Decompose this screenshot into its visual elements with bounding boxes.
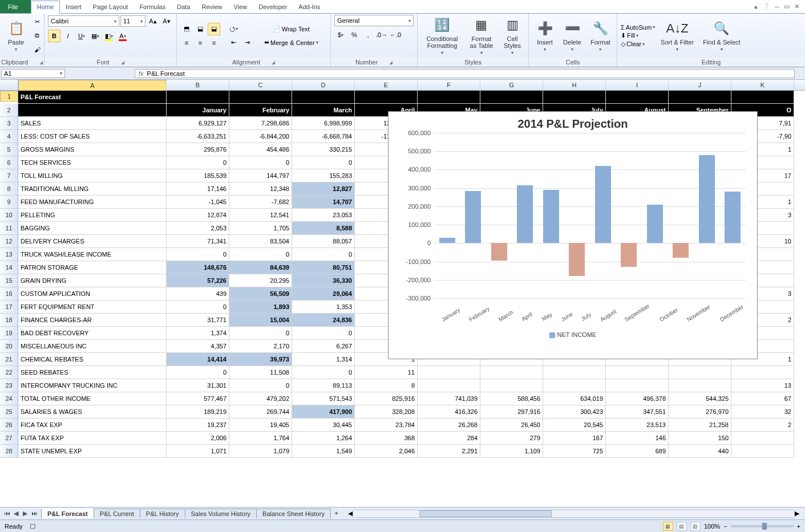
fill-button[interactable]: ⬇ Fill▾ bbox=[621, 32, 655, 39]
cell[interactable]: 0 bbox=[292, 156, 355, 169]
cell[interactable]: 2,046 bbox=[355, 445, 418, 458]
cell[interactable]: 31,771 bbox=[167, 314, 229, 327]
cell[interactable] bbox=[606, 366, 669, 379]
increase-font-icon[interactable]: A▴ bbox=[147, 15, 159, 27]
increase-decimal-icon[interactable]: .0→ bbox=[375, 29, 388, 41]
cell[interactable]: BAGGING bbox=[18, 222, 167, 235]
cell[interactable]: 71,341 bbox=[167, 235, 229, 248]
cell[interactable]: 17,146 bbox=[167, 182, 229, 196]
align-top-icon[interactable]: ⬒ bbox=[180, 23, 193, 35]
cell[interactable] bbox=[418, 379, 480, 392]
cell[interactable]: 634,019 bbox=[543, 392, 606, 405]
cell[interactable]: 57,226 bbox=[167, 274, 229, 287]
sheet-tab[interactable]: P&L Current bbox=[94, 509, 140, 518]
row-header[interactable]: 25 bbox=[0, 405, 18, 419]
column-header-B[interactable]: B bbox=[167, 80, 229, 90]
chart-bar[interactable] bbox=[517, 185, 533, 243]
cell[interactable]: 0 bbox=[292, 248, 355, 261]
sheet-tab[interactable]: P&L Forecast bbox=[41, 509, 94, 518]
cut-button[interactable]: ✂ bbox=[31, 16, 43, 29]
font-size-select[interactable]: 11▾ bbox=[120, 15, 145, 27]
tab-view[interactable]: View bbox=[228, 0, 253, 13]
accounting-format-icon[interactable]: $▾ bbox=[334, 29, 347, 41]
cell[interactable]: 23,053 bbox=[292, 209, 355, 222]
merge-center-button[interactable]: ⬌ Merge & Center▾ bbox=[260, 36, 322, 49]
cell[interactable]: 496,378 bbox=[606, 392, 669, 405]
cell[interactable] bbox=[543, 379, 606, 392]
row-header[interactable]: 24 bbox=[0, 392, 18, 405]
cell[interactable]: 2,006 bbox=[167, 432, 229, 445]
cell[interactable]: LESS: COST OF SALES bbox=[18, 130, 167, 143]
cell[interactable]: March bbox=[292, 104, 355, 117]
cell[interactable]: P&L Forecast bbox=[18, 91, 167, 104]
cell[interactable]: 454,486 bbox=[229, 143, 292, 156]
cell[interactable]: 577,467 bbox=[167, 392, 229, 405]
cell[interactable]: 56,509 bbox=[229, 287, 292, 300]
row-header[interactable]: 26 bbox=[0, 419, 18, 432]
number-format-select[interactable]: General▾ bbox=[334, 15, 414, 26]
cell[interactable]: 276,970 bbox=[669, 405, 731, 419]
cell[interactable]: 571,543 bbox=[292, 392, 355, 405]
row-header[interactable]: 9 bbox=[0, 196, 18, 209]
cell[interactable]: 0 bbox=[229, 248, 292, 261]
cell[interactable]: 0 bbox=[292, 327, 355, 340]
zoom-level[interactable]: 100% bbox=[704, 523, 720, 530]
cell[interactable]: -1,045 bbox=[167, 196, 229, 209]
restore-window-icon[interactable]: ▭ bbox=[784, 3, 790, 10]
cell[interactable]: FICA TAX EXP bbox=[18, 419, 167, 432]
cell[interactable]: FINANCE CHARGES-AR bbox=[18, 314, 167, 327]
tab-page-layout[interactable]: Page Layout bbox=[87, 0, 134, 13]
column-header-D[interactable]: D bbox=[292, 80, 355, 90]
cell[interactable]: 19,237 bbox=[167, 419, 229, 432]
cell[interactable]: February bbox=[229, 104, 292, 117]
chart-bar[interactable] bbox=[543, 190, 559, 243]
increase-indent-icon[interactable]: ⇥ bbox=[241, 36, 253, 49]
row-header[interactable]: 15 bbox=[0, 274, 18, 287]
border-button[interactable]: ▦▾ bbox=[89, 30, 102, 42]
cell-styles-button[interactable]: ▥Cell Styles▾ bbox=[500, 15, 525, 56]
cell[interactable]: 15,004 bbox=[229, 314, 292, 327]
cell[interactable]: TRUCK WASH/LEASE INCOME bbox=[18, 248, 167, 261]
align-bottom-icon[interactable]: ⬓ bbox=[208, 23, 220, 35]
chart-bar[interactable] bbox=[647, 205, 663, 243]
cell[interactable]: 29,064 bbox=[292, 287, 355, 300]
cell[interactable]: SEED REBATES bbox=[18, 366, 167, 379]
cell[interactable] bbox=[292, 91, 355, 104]
column-header-H[interactable]: H bbox=[543, 80, 606, 90]
cell[interactable]: 6,998,999 bbox=[292, 117, 355, 130]
cell[interactable]: 588,456 bbox=[480, 392, 543, 405]
sheet-tab[interactable]: P&L History bbox=[140, 509, 185, 518]
align-middle-icon[interactable]: ⬓ bbox=[194, 23, 207, 35]
horizontal-scrollbar[interactable]: ◀▶ bbox=[348, 510, 799, 518]
fill-color-button[interactable]: ◧▾ bbox=[103, 30, 115, 42]
cell[interactable]: DELIVERY CHARGES bbox=[18, 235, 167, 248]
row-header[interactable]: 22 bbox=[0, 366, 18, 379]
cell[interactable]: 12,541 bbox=[229, 209, 292, 222]
cell[interactable]: 295,876 bbox=[167, 143, 229, 156]
autosum-button[interactable]: Σ AutoSum▾ bbox=[621, 24, 655, 31]
row-header[interactable]: 14 bbox=[0, 261, 18, 274]
cell[interactable]: 155,283 bbox=[292, 169, 355, 182]
cell[interactable]: 83,504 bbox=[229, 235, 292, 248]
cell[interactable]: 416,326 bbox=[418, 405, 480, 419]
fx-icon[interactable]: fx bbox=[139, 70, 144, 77]
cell[interactable]: TOTAL OTHER INCOME bbox=[18, 392, 167, 405]
format-as-table-button[interactable]: ▦Format as Table▾ bbox=[466, 15, 497, 56]
cell[interactable]: 12,827 bbox=[292, 182, 355, 196]
cell[interactable]: 6,267 bbox=[292, 340, 355, 353]
cell[interactable]: PATRON STORAGE bbox=[18, 261, 167, 274]
underline-button[interactable]: U▾ bbox=[75, 30, 88, 42]
tab-review[interactable]: Review bbox=[196, 0, 228, 13]
bold-button[interactable]: B bbox=[48, 30, 60, 42]
percent-format-icon[interactable]: % bbox=[348, 29, 361, 41]
cell[interactable] bbox=[480, 366, 543, 379]
paste-button[interactable]: 📋 Paste▾ bbox=[3, 18, 29, 53]
row-header[interactable]: 23 bbox=[0, 379, 18, 392]
zoom-out-icon[interactable]: − bbox=[723, 523, 727, 530]
row-header[interactable]: 17 bbox=[0, 300, 18, 314]
column-header-I[interactable]: I bbox=[606, 80, 669, 90]
cell[interactable]: 1,071 bbox=[167, 445, 229, 458]
cell[interactable]: 36,330 bbox=[292, 274, 355, 287]
cell[interactable] bbox=[731, 366, 794, 379]
cell[interactable]: 741,039 bbox=[418, 392, 480, 405]
